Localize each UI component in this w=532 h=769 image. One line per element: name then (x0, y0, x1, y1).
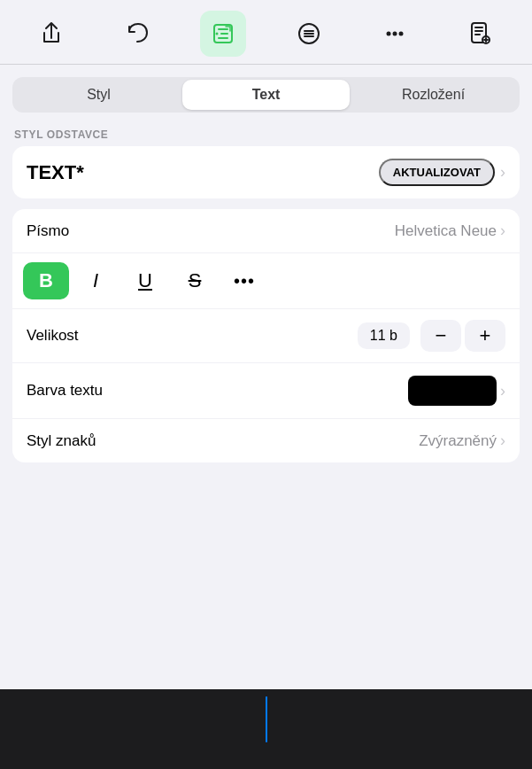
tab-text[interactable]: Text (182, 80, 350, 110)
format-button[interactable] (200, 11, 246, 57)
size-label: Velikost (27, 327, 79, 345)
italic-button[interactable]: I (73, 262, 119, 299)
text-editing-area[interactable] (0, 689, 532, 769)
share-button[interactable] (28, 11, 74, 57)
svg-point-3 (386, 32, 390, 36)
more-options-button[interactable] (372, 11, 418, 57)
tab-bar: Styl Text Rozložení (12, 77, 520, 113)
svg-point-4 (392, 32, 397, 36)
char-style-label: Styl znaků (27, 432, 96, 450)
format-card: Písmo Helvetica Neue › B I U S ••• Velik… (12, 209, 520, 462)
paragraph-style-chevron-icon: › (500, 163, 505, 182)
char-style-chevron-icon: › (500, 431, 505, 450)
strikethrough-button[interactable]: S (172, 262, 218, 299)
size-controls: 11 b − + (358, 320, 505, 352)
paragraph-style-name: TEXT* (27, 161, 84, 184)
char-style-row[interactable]: Styl znaků Zvýrazněný › (12, 418, 520, 462)
size-row: Velikost 11 b − + (12, 308, 520, 362)
text-cursor (266, 696, 267, 742)
tab-styl[interactable]: Styl (15, 80, 182, 110)
size-value: 11 b (358, 322, 410, 349)
bold-button[interactable]: B (23, 262, 69, 299)
more-format-button[interactable]: ••• (221, 262, 267, 299)
size-increment-button[interactable]: + (465, 320, 505, 352)
svg-point-1 (216, 33, 219, 35)
text-color-chevron-icon: › (500, 382, 505, 400)
format-bar: B I U S ••• (12, 252, 520, 308)
svg-point-5 (398, 32, 403, 36)
text-color-row[interactable]: Barva textu › (12, 362, 520, 418)
font-chevron-icon: › (500, 221, 505, 240)
document-button[interactable] (458, 11, 504, 57)
color-swatch (408, 376, 497, 406)
update-button[interactable]: AKTUALIZOVAT (379, 159, 495, 186)
section-label: STYL ODSTAVCE (0, 113, 532, 146)
size-decrement-button[interactable]: − (420, 320, 461, 352)
font-row[interactable]: Písmo Helvetica Neue › (12, 209, 520, 252)
font-label: Písmo (27, 222, 69, 240)
paragraph-style-card: TEXT* AKTUALIZOVAT › (12, 146, 520, 198)
underline-button[interactable]: U (122, 262, 168, 299)
align-button[interactable] (286, 11, 332, 57)
paragraph-style-right: AKTUALIZOVAT › (379, 159, 505, 186)
text-color-value: › (408, 376, 505, 406)
toolbar (0, 0, 532, 65)
text-color-label: Barva textu (27, 382, 103, 400)
tab-rozlozeni[interactable]: Rozložení (350, 80, 517, 110)
paragraph-style-row: TEXT* AKTUALIZOVAT › (12, 146, 520, 198)
font-value: Helvetica Neue › (395, 221, 505, 240)
undo-button[interactable] (114, 11, 160, 57)
char-style-value: Zvýrazněný › (419, 431, 505, 450)
